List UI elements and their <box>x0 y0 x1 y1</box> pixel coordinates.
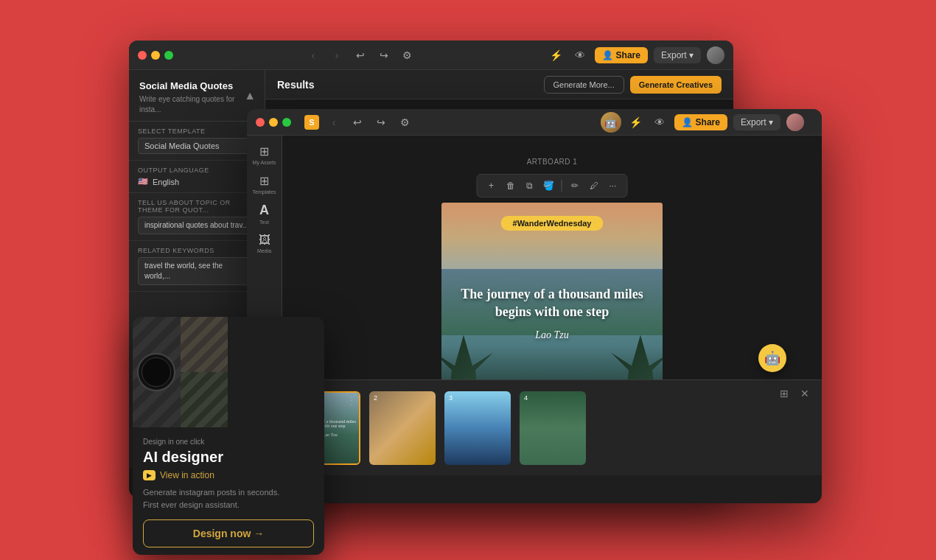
thumb-bg-2 <box>369 391 436 465</box>
sidebar-item-templates[interactable]: ⊞ Templates <box>251 171 278 197</box>
language-text: English <box>153 178 179 186</box>
avatar-front <box>786 113 804 131</box>
quote-author-text: Lao Tzu <box>458 329 646 341</box>
topic-label: TELL US ABOUT TOPIC OR THEME FOR QUOT... <box>138 199 256 214</box>
quote-main-text: The journey of a thousand miles begins w… <box>458 284 646 321</box>
window-front: S ‹ ↩ ↪ ⚙ 🤖 ⚡ 👁 👤 Share Export ▾ ⊞ My As… <box>247 109 822 503</box>
flash-icon-front[interactable]: ⚡ <box>627 113 645 131</box>
output-language-label: OUTPUT LANGUAGE <box>138 167 256 174</box>
paint-bucket-button[interactable]: 🪣 <box>541 178 557 194</box>
title-bar-front: S ‹ ↩ ↪ ⚙ 🤖 ⚡ 👁 👤 Share Export ▾ <box>247 109 822 136</box>
avatar-back <box>707 46 724 64</box>
flash-icon[interactable]: ⚡ <box>548 46 565 64</box>
generate-more-button[interactable]: Generate More... <box>544 76 624 94</box>
popup-description: Generate instagram posts in seconds. Fir… <box>143 486 314 511</box>
thumb-menu-1[interactable]: ⋮ <box>347 396 356 406</box>
app-logo: S <box>304 115 319 130</box>
popup-heading: AI designer <box>143 449 314 466</box>
canvas-area: ARTBOARD 1 + 🗑 ⧉ 🪣 ✏ 🖊 ··· <box>282 136 822 475</box>
thumbnails-row: 1 ⋮ The journey of a thousand miles begi… <box>282 379 822 475</box>
sidebar-item-my-assets[interactable]: ⊞ My Assets <box>251 141 278 168</box>
thumbnail-3[interactable]: 3 <box>444 391 511 465</box>
media-icon: 🖼 <box>259 234 270 247</box>
ai-bot-button[interactable]: 🤖 <box>758 344 786 372</box>
grid-view-button[interactable]: ⊞ <box>776 385 792 402</box>
more-button[interactable]: ··· <box>605 178 621 194</box>
draw-button[interactable]: ✏ <box>567 178 583 194</box>
nav-back-icon[interactable]: ‹ <box>304 46 322 64</box>
thumbnail-4[interactable]: 4 <box>520 391 586 465</box>
select-template-label: SELECT TEMPLATE <box>138 127 256 135</box>
quote-text-block: The journey of a thousand miles begins w… <box>458 284 646 341</box>
artboard-label: ARTBOARD 1 <box>527 158 578 166</box>
undo-icon[interactable]: ↩ <box>352 46 369 64</box>
undo-icon-front[interactable]: ↩ <box>349 113 366 131</box>
close-button[interactable] <box>138 51 147 60</box>
share-button-back[interactable]: 👤 Share <box>595 47 648 63</box>
export-button-front[interactable]: Export ▾ <box>733 114 780 130</box>
thumbnail-2[interactable]: 2 <box>369 391 436 465</box>
editor-area: ⊞ My Assets ⊞ Templates A Text 🖼 Media A… <box>247 136 822 475</box>
assets-label: My Assets <box>253 160 276 165</box>
popup-image-c <box>181 372 228 427</box>
eye-icon-front[interactable]: 👁 <box>651 113 668 131</box>
design-now-button[interactable]: Design now → <box>143 519 314 547</box>
keywords-value[interactable]: travel the world, see the world,... <box>138 257 256 285</box>
minimize-button[interactable] <box>151 51 160 60</box>
traffic-lights-front <box>256 118 291 127</box>
sidebar-item-text[interactable]: A Text <box>251 200 278 227</box>
output-language-value[interactable]: 🇺🇸 English <box>138 177 256 186</box>
settings-icon-front[interactable]: ⚙ <box>396 113 413 131</box>
templates-label: Templates <box>253 189 276 195</box>
bottom-controls: ⊞ ✕ <box>776 385 813 402</box>
panel-subtitle: Write eye catching quotes for insta... <box>139 94 254 115</box>
view-action-link[interactable]: View in action <box>160 470 214 480</box>
settings-icon[interactable]: ⚙ <box>399 46 416 64</box>
export-button-back[interactable]: Export ▾ <box>654 47 701 63</box>
sidebar-item-media[interactable]: 🖼 Media <box>251 230 278 256</box>
delete-element-button[interactable]: 🗑 <box>503 178 519 194</box>
maximize-button[interactable] <box>164 51 173 60</box>
share-button-front[interactable]: 👤 Share <box>674 114 727 130</box>
nav-back-icon-front[interactable]: ‹ <box>325 113 343 131</box>
add-element-button[interactable]: + <box>483 178 500 194</box>
topic-value[interactable]: inspirational quotes about trav... <box>138 217 256 234</box>
generate-creatives-button[interactable]: Generate Creatives <box>630 76 722 94</box>
templates-icon: ⊞ <box>259 174 269 188</box>
title-bar-back: ‹ › ↩ ↪ ⚙ ⚡ 👁 👤 Share Export ▾ <box>129 41 733 70</box>
pen-button[interactable]: 🖊 <box>586 178 602 194</box>
artboard-toolbar: + 🗑 ⧉ 🪣 ✏ 🖊 ··· <box>477 174 628 197</box>
assets-icon: ⊞ <box>259 144 269 158</box>
nav-forward-icon[interactable]: › <box>328 46 346 64</box>
video-icon: ▶ <box>143 470 156 480</box>
eye-icon[interactable]: 👁 <box>571 46 589 64</box>
collapse-icon[interactable]: ▲ <box>244 89 256 102</box>
select-template-group: SELECT TEMPLATE Social Media Quotes <box>129 122 265 161</box>
flag-icon: 🇺🇸 <box>138 177 148 186</box>
select-template-value[interactable]: Social Media Quotes <box>138 138 256 154</box>
traffic-lights-back <box>138 51 173 60</box>
redo-icon-front[interactable]: ↪ <box>372 113 390 131</box>
close-strip-button[interactable]: ✕ <box>797 385 813 402</box>
text-icon: A <box>259 203 269 218</box>
close-button-front[interactable] <box>256 118 265 127</box>
user-icon: 👤 <box>602 50 613 60</box>
ai-assistant-avatar[interactable]: 🤖 <box>601 112 621 133</box>
artboard-name: ARTBOARD 1 <box>527 158 578 166</box>
popup-cta-link: ▶ View in action <box>143 470 314 480</box>
duplicate-button[interactable]: ⧉ <box>522 178 538 194</box>
keywords-group: RELATED KEYWORDS travel the world, see t… <box>129 241 265 292</box>
thumb-num-3: 3 <box>449 394 453 402</box>
media-label: Media <box>257 248 271 253</box>
output-language-group: OUTPUT LANGUAGE 🇺🇸 English <box>129 161 265 193</box>
left-panel-header: Social Media Quotes Write eye catching q… <box>129 70 265 122</box>
popup-content: Design in one click AI designer ▶ View i… <box>133 427 324 555</box>
minimize-button-front[interactable] <box>269 118 278 127</box>
thumb-bg-4 <box>520 391 586 465</box>
topic-group: TELL US ABOUT TOPIC OR THEME FOR QUOT...… <box>129 193 265 241</box>
popup-image-b <box>181 317 228 372</box>
maximize-button-front[interactable] <box>282 118 291 127</box>
panel-title: Social Media Quotes <box>139 80 254 91</box>
thumb-num-2: 2 <box>374 394 377 402</box>
redo-icon[interactable]: ↪ <box>375 46 393 64</box>
